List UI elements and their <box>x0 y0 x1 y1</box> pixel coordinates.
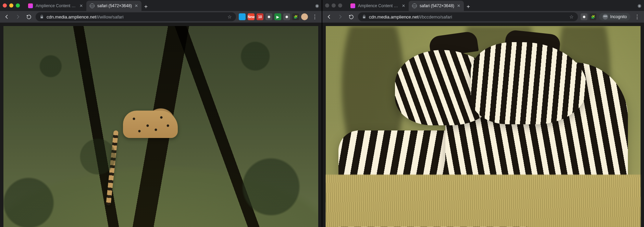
page-viewport[interactable] <box>0 23 322 227</box>
tab-label: safari (5472×3648) <box>420 3 454 8</box>
incognito-label: Incognito <box>610 14 627 19</box>
extension-icon[interactable]: New <box>248 13 255 20</box>
reload-button[interactable] <box>347 13 355 21</box>
back-button[interactable] <box>3 13 11 21</box>
tab-safari-image[interactable]: safari (5472×3648) ✕ <box>409 1 464 11</box>
globe-favicon-icon <box>90 3 95 8</box>
tab-label: safari (5472×3648) <box>97 3 132 8</box>
close-tab-icon[interactable]: ✕ <box>457 4 460 8</box>
window-controls <box>3 3 23 8</box>
maximize-window-icon[interactable] <box>338 3 342 8</box>
reload-button[interactable] <box>25 13 33 21</box>
address-bar[interactable]: cdn.media.amplience.net/i/willow/safari … <box>36 12 236 21</box>
extensions-puzzle-icon[interactable]: 🧩 <box>590 13 596 20</box>
extensions-row: ✱ 🧩 <box>581 13 596 20</box>
incognito-icon <box>603 14 608 20</box>
address-bar[interactable]: cdn.media.amplience.net/i/bccdemo/safari… <box>358 12 578 21</box>
content-image-leopard <box>3 26 318 227</box>
url-text: cdn.media.amplience.net/i/willow/safari <box>47 14 225 20</box>
kebab-menu-icon[interactable]: ⋮ <box>311 14 319 20</box>
extension-icon[interactable] <box>239 13 246 20</box>
new-tab-button[interactable]: ＋ <box>464 2 473 11</box>
leopard-body-shape <box>123 111 178 138</box>
bookmark-star-icon[interactable]: ☆ <box>569 14 574 20</box>
close-window-icon[interactable] <box>3 3 7 8</box>
profile-avatar-icon[interactable] <box>301 13 308 20</box>
tab-amplience[interactable]: Amplience Content Hub ✕ <box>347 1 409 11</box>
tab-amplience[interactable]: Amplience Content Hub ✕ <box>25 1 86 11</box>
close-tab-icon[interactable]: ✕ <box>79 4 83 8</box>
zebra-head-shape <box>471 42 587 124</box>
kebab-menu-icon[interactable]: ⋮ <box>633 14 641 20</box>
tab-label: Amplience Content Hub <box>36 3 77 8</box>
browser-window-left: Amplience Content Hub ✕ safari (5472×364… <box>0 0 322 227</box>
forward-button[interactable] <box>14 13 22 21</box>
leopard-tail-shape <box>106 130 119 206</box>
titlebar: Amplience Content Hub ✕ safari (5472×364… <box>0 0 322 11</box>
toolbar: cdn.media.amplience.net/i/willow/safari … <box>0 11 322 23</box>
window-controls <box>325 3 345 8</box>
tab-overview-icon[interactable]: ◉ <box>315 3 319 8</box>
amplience-favicon-icon <box>28 3 33 8</box>
minimize-window-icon[interactable] <box>9 3 13 8</box>
extension-icon[interactable]: ▶ <box>274 13 281 20</box>
extensions-row: New 10 ✱ ▶ ✱ 🧩 <box>239 13 308 20</box>
bookmark-star-icon[interactable]: ☆ <box>227 14 232 20</box>
maximize-window-icon[interactable] <box>16 3 20 8</box>
lock-icon <box>40 15 44 19</box>
minimize-window-icon[interactable] <box>332 3 336 8</box>
page-viewport[interactable] <box>322 23 644 227</box>
incognito-chip[interactable]: Incognito <box>599 13 630 21</box>
extension-icon[interactable]: ✱ <box>283 13 290 20</box>
extension-icon[interactable]: ✱ <box>265 13 272 20</box>
tab-label: Amplience Content Hub <box>358 3 399 8</box>
url-text: cdn.media.amplience.net/i/bccdemo/safari <box>369 14 567 20</box>
extension-icon[interactable]: ✱ <box>581 13 587 20</box>
close-tab-icon[interactable]: ✕ <box>402 4 405 8</box>
url-path: /i/bccdemo/safari <box>419 14 452 20</box>
browser-window-right: Amplience Content Hub ✕ safari (5472×364… <box>322 0 644 227</box>
close-tab-icon[interactable]: ✕ <box>135 4 138 8</box>
grass-foreground-shape <box>326 175 641 227</box>
content-image-zebra <box>326 26 641 227</box>
forward-button[interactable] <box>336 13 344 21</box>
new-tab-button[interactable]: ＋ <box>141 2 150 11</box>
back-button[interactable] <box>325 13 333 21</box>
extensions-puzzle-icon[interactable]: 🧩 <box>292 13 299 20</box>
close-window-icon[interactable] <box>325 3 329 8</box>
extension-icon[interactable]: 10 <box>257 13 263 20</box>
tab-strip: Amplience Content Hub ✕ safari (5472×364… <box>347 0 635 11</box>
desktop: Amplience Content Hub ✕ safari (5472×364… <box>0 0 644 227</box>
url-host: cdn.media.amplience.net <box>369 14 419 20</box>
tab-strip: Amplience Content Hub ✕ safari (5472×364… <box>25 0 313 11</box>
amplience-favicon-icon <box>350 3 355 8</box>
globe-favicon-icon <box>412 3 417 8</box>
toolbar: cdn.media.amplience.net/i/bccdemo/safari… <box>322 11 644 23</box>
tab-safari-image[interactable]: safari (5472×3648) ✕ <box>86 1 141 11</box>
titlebar: Amplience Content Hub ✕ safari (5472×364… <box>322 0 644 11</box>
url-path: /i/willow/safari <box>96 14 124 20</box>
lock-icon <box>362 15 366 19</box>
url-host: cdn.media.amplience.net <box>47 14 96 20</box>
tab-overview-icon[interactable]: ◉ <box>637 3 641 8</box>
